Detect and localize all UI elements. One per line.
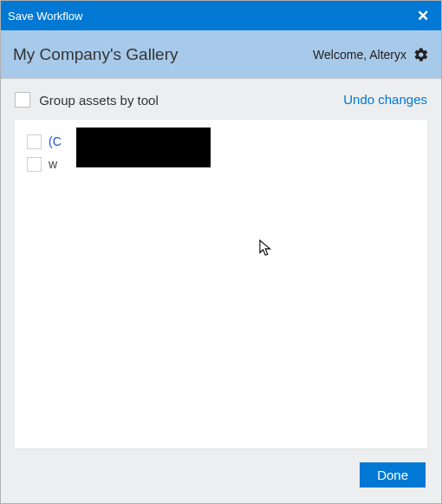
undo-changes-link[interactable]: Undo changes (343, 92, 427, 107)
subheader: My Company's Gallery Welcome, Alteryx (1, 30, 441, 79)
save-workflow-dialog: Save Workflow ✕ My Company's Gallery Wel… (0, 0, 442, 504)
close-icon[interactable]: ✕ (413, 9, 432, 23)
controls-row: Group assets by tool Undo changes (1, 79, 441, 115)
group-assets-label: Group assets by tool (39, 93, 159, 108)
group-assets-control: Group assets by tool (15, 91, 159, 108)
welcome-label: Welcome, (313, 48, 367, 62)
asset-label[interactable]: (C (49, 134, 62, 148)
gear-icon[interactable] (413, 47, 429, 62)
asset-checkbox[interactable] (27, 157, 42, 172)
footer: Done (1, 462, 441, 503)
assets-panel: (C w (15, 120, 427, 448)
gallery-title: My Company's Gallery (13, 45, 179, 64)
username: Alteryx (369, 48, 406, 62)
user-info: Welcome, Alteryx (313, 47, 429, 62)
group-assets-checkbox[interactable] (15, 92, 30, 108)
window-title: Save Workflow (8, 10, 82, 23)
titlebar: Save Workflow ✕ (1, 1, 441, 30)
done-button[interactable]: Done (360, 462, 426, 488)
asset-checkbox[interactable] (27, 134, 42, 149)
asset-label[interactable]: w (49, 157, 57, 171)
redacted-block (76, 128, 211, 167)
